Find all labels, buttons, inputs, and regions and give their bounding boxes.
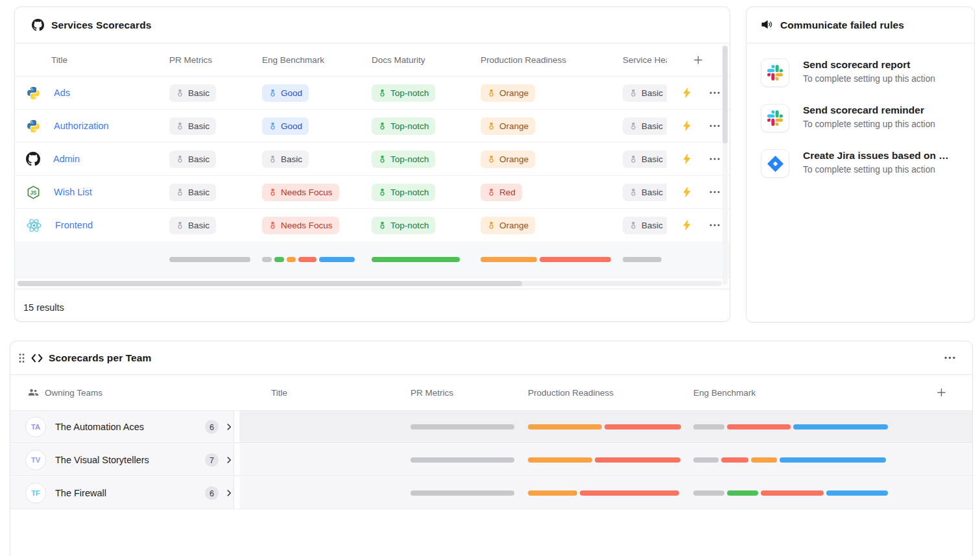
service-link[interactable]: Frontend: [55, 220, 93, 230]
row-menu-button[interactable]: [710, 191, 720, 193]
score-bar-red: [298, 257, 317, 262]
column-header-pr-metrics: PR Metrics: [411, 388, 453, 398]
run-action-button[interactable]: [681, 186, 693, 198]
kebab-icon: [944, 356, 955, 359]
status-badge: Top-notch: [372, 151, 435, 168]
vertical-scrollbar[interactable]: [723, 45, 728, 285]
kebab-icon: [710, 125, 720, 127]
row-menu-button[interactable]: [710, 224, 720, 226]
team-count-badge: 7: [205, 453, 219, 467]
status-badge: Top-notch: [372, 184, 435, 201]
lightning-icon: [681, 153, 693, 165]
python-icon: [26, 86, 41, 101]
expand-team-button[interactable]: [224, 489, 233, 498]
run-action-button[interactable]: [681, 219, 693, 231]
python-icon: [26, 119, 41, 134]
communicate-failed-rules-card: Communicate failed rules Send scorecard …: [746, 6, 975, 322]
score-bar-red: [721, 457, 748, 463]
score-bar-red: [580, 490, 679, 496]
team-row[interactable]: TFThe Firewall6: [10, 477, 972, 510]
service-row[interactable]: AuthorizationBasicGoodTop-notchOrangeBas…: [15, 110, 730, 143]
lightning-icon: [681, 87, 693, 99]
column-header-title: Title: [271, 388, 287, 398]
drag-handle-icon[interactable]: [18, 353, 25, 363]
status-badge: Orange: [481, 151, 535, 168]
status-badge: Red: [481, 184, 522, 201]
score-bar-gray: [693, 490, 724, 496]
run-action-button[interactable]: [681, 120, 693, 132]
teams-card-header: Scorecards per Team: [10, 341, 972, 375]
column-header-docs-maturity: Docs Maturity: [372, 55, 481, 65]
teams-column-header: Owning Teams Title PR Metrics Production…: [10, 375, 972, 411]
service-row[interactable]: AdminBasicBasicTop-notchOrangeBasic: [15, 143, 730, 176]
column-header-owning-teams: Owning Teams: [45, 388, 102, 398]
services-column-header: Title PR Metrics Eng Benchmark Docs Matu…: [15, 43, 730, 77]
pr-metrics-bars: [411, 490, 514, 496]
status-badge: Basic: [169, 217, 216, 234]
plus-icon: [692, 54, 704, 66]
teams-table-body: TAThe Automation Aces6TVThe Visual Story…: [10, 411, 972, 510]
run-action-button[interactable]: [681, 87, 693, 99]
status-badge: Basic: [169, 117, 216, 135]
failed-rule-action-item[interactable]: Send scorecard reportTo complete setting…: [761, 50, 974, 95]
add-column-button[interactable]: [692, 54, 704, 66]
score-bar-red: [540, 257, 611, 262]
failed-rule-action-item[interactable]: Create Jira issues based on …To complete…: [761, 141, 974, 186]
comms-card-title: Communicate failed rules: [780, 19, 904, 31]
action-subtitle: To complete setting up this action: [803, 74, 935, 84]
score-bar-red: [604, 424, 681, 429]
jira-icon: [761, 149, 789, 178]
score-bar-orange: [528, 490, 577, 496]
service-link[interactable]: Authorization: [54, 121, 109, 131]
score-bar-gray: [411, 424, 514, 429]
react-icon: [26, 217, 42, 234]
column-header-eng-benchmark: Eng Benchmark: [693, 388, 756, 398]
kebab-icon: [710, 91, 720, 94]
horizontal-scrollbar[interactable]: [15, 278, 730, 289]
add-column-button[interactable]: [935, 387, 948, 399]
pr-metrics-bars: [411, 424, 514, 429]
failed-rule-action-item[interactable]: Send scorecard reminderTo complete setti…: [761, 95, 974, 141]
score-bar-orange: [481, 257, 537, 262]
score-bar-blue: [793, 424, 888, 429]
status-badge: Basic: [262, 151, 309, 168]
teams-card-menu-button[interactable]: [944, 356, 955, 359]
service-link[interactable]: Ads: [54, 88, 70, 98]
score-bar-green: [274, 257, 284, 262]
comms-card-header: Communicate failed rules: [747, 7, 974, 43]
service-row[interactable]: AdsBasicGoodTop-notchOrangeBasic: [15, 77, 730, 110]
status-badge: Needs Focus: [262, 217, 339, 234]
chevron-right-icon: [224, 489, 233, 498]
score-bar-orange: [528, 424, 602, 429]
services-card-header: Services Scorecards: [15, 7, 730, 43]
action-title: Send scorecard report: [803, 59, 935, 71]
run-action-button[interactable]: [681, 153, 693, 165]
horizontal-scrollbar-thumb[interactable]: [18, 281, 522, 286]
kebab-icon: [710, 158, 720, 160]
service-row[interactable]: FrontendBasicNeeds FocusTop-notchOrangeB…: [15, 209, 730, 241]
column-header-eng-benchmark: Eng Benchmark: [262, 55, 372, 65]
expand-team-button[interactable]: [224, 422, 233, 431]
service-row[interactable]: JSWish ListBasicNeeds FocusTop-notchRedB…: [15, 176, 730, 209]
team-row[interactable]: TAThe Automation Aces6: [10, 411, 972, 444]
team-row[interactable]: TVThe Visual Storytellers7: [10, 444, 972, 477]
slack-icon: [761, 104, 789, 132]
action-subtitle: To complete setting up this action: [803, 165, 949, 175]
row-menu-button[interactable]: [710, 158, 720, 160]
score-bar-gray: [693, 457, 719, 463]
status-badge: Top-notch: [372, 217, 435, 234]
expand-team-button[interactable]: [224, 455, 233, 465]
chevron-right-icon: [224, 422, 233, 431]
services-card-title: Services Scorecards: [51, 19, 151, 31]
score-bar-gray: [169, 257, 250, 262]
services-table-body: AdsBasicGoodTop-notchOrangeBasicAuthoriz…: [15, 77, 730, 241]
service-link[interactable]: Admin: [53, 154, 80, 164]
production-readiness-bars: [528, 424, 681, 429]
row-menu-button[interactable]: [710, 125, 720, 127]
service-link[interactable]: Wish List: [54, 187, 92, 197]
status-badge: Basic: [169, 184, 216, 201]
row-menu-button[interactable]: [710, 91, 720, 94]
production-readiness-bars: [528, 457, 680, 463]
pr-metrics-bars: [411, 457, 514, 463]
vertical-scrollbar-thumb[interactable]: [723, 46, 728, 143]
